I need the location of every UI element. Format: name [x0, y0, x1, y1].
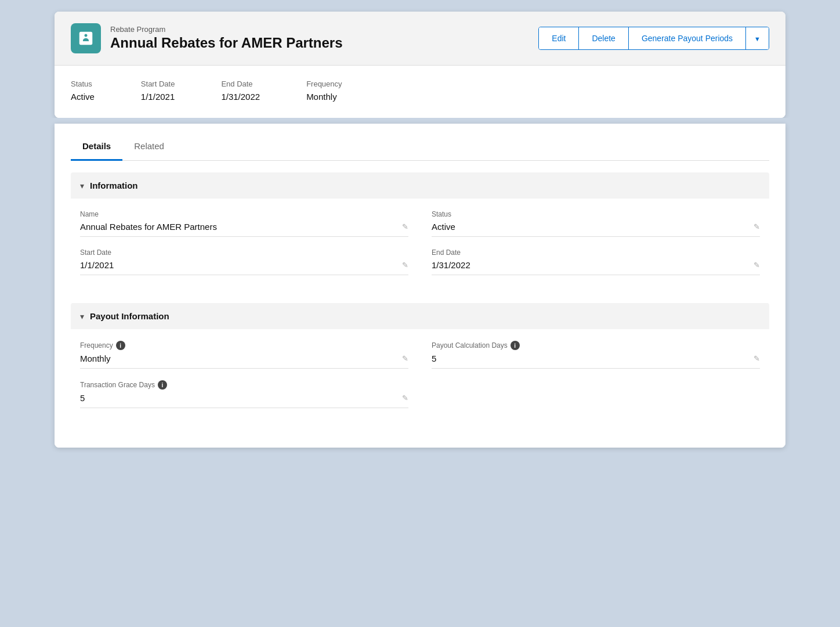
tab-related[interactable]: Related: [122, 135, 176, 161]
stat-end-date: End Date 1/31/2022: [221, 80, 260, 102]
app-icon: [71, 23, 101, 53]
field-name: Name Annual Rebates for AMER Partners ✎: [80, 210, 408, 237]
field-transaction-grace-days-value: 5 ✎: [80, 393, 408, 408]
stat-frequency: Frequency Monthly: [306, 80, 342, 102]
payout-fields: Frequency i Monthly ✎ Payout Calculation…: [71, 329, 769, 424]
rebate-program-icon: [77, 30, 95, 47]
field-start-date: Start Date 1/1/2021 ✎: [80, 248, 408, 275]
field-start-date-value: 1/1/2021 ✎: [80, 260, 408, 275]
main-card: Rebate Program Annual Rebates for AMER P…: [55, 12, 785, 118]
name-edit-icon[interactable]: ✎: [402, 222, 408, 231]
stat-frequency-label: Frequency: [306, 80, 342, 88]
header-title-group: Rebate Program Annual Rebates for AMER P…: [110, 25, 343, 52]
field-end-date: End Date 1/31/2022 ✎: [432, 248, 760, 275]
stat-status-label: Status: [71, 80, 95, 88]
status-edit-icon[interactable]: ✎: [754, 222, 760, 231]
tab-details[interactable]: Details: [71, 135, 122, 161]
field-status: Status Active ✎: [432, 210, 760, 237]
stat-end-date-value: 1/31/2022: [221, 92, 260, 102]
stats-section: Status Active Start Date 1/1/2021 End Da…: [55, 66, 785, 118]
details-card: Details Related ▾ Information Name Annua…: [55, 124, 785, 448]
information-section-title: Information: [90, 181, 138, 190]
information-section-header[interactable]: ▾ Information: [71, 172, 769, 199]
field-transaction-grace-days-label: Transaction Grace Days i: [80, 380, 408, 390]
section-divider: [12, 118, 828, 124]
field-status-label: Status: [432, 210, 760, 218]
field-start-date-label: Start Date: [80, 248, 408, 257]
field-frequency: Frequency i Monthly ✎: [80, 341, 408, 369]
stat-start-date: Start Date 1/1/2021: [141, 80, 175, 102]
payout-calc-days-edit-icon[interactable]: ✎: [754, 354, 760, 363]
header-actions: Edit Delete Generate Payout Periods ▼: [538, 27, 769, 50]
field-status-value: Active ✎: [432, 222, 760, 237]
information-fields: Name Annual Rebates for AMER Partners ✎ …: [71, 199, 769, 291]
stat-status-value: Active: [71, 92, 95, 102]
information-chevron-icon: ▾: [80, 181, 84, 190]
bottom-spacer: [71, 424, 769, 448]
delete-button[interactable]: Delete: [579, 27, 628, 49]
header-left: Rebate Program Annual Rebates for AMER P…: [71, 23, 343, 53]
transaction-grace-days-info-icon[interactable]: i: [158, 380, 167, 390]
frequency-info-icon[interactable]: i: [116, 341, 125, 350]
field-payout-calc-days: Payout Calculation Days i 5 ✎: [432, 341, 760, 369]
transaction-grace-days-edit-icon[interactable]: ✎: [402, 394, 408, 402]
stat-status: Status Active: [71, 80, 95, 102]
field-end-date-label: End Date: [432, 248, 760, 257]
field-payout-calc-days-value: 5 ✎: [432, 354, 760, 369]
payout-section-title: Payout Information: [90, 311, 169, 321]
payout-section-header[interactable]: ▾ Payout Information: [71, 303, 769, 329]
header-title: Annual Rebates for AMER Partners: [110, 35, 343, 52]
header-subtitle: Rebate Program: [110, 25, 343, 34]
field-transaction-grace-days: Transaction Grace Days i 5 ✎: [80, 380, 408, 408]
stat-start-date-value: 1/1/2021: [141, 92, 175, 102]
field-frequency-value: Monthly ✎: [80, 354, 408, 369]
field-frequency-label: Frequency i: [80, 341, 408, 350]
dropdown-arrow-icon: ▼: [754, 35, 761, 42]
details-section: Details Related ▾ Information Name Annua…: [55, 124, 785, 448]
stat-frequency-value: Monthly: [306, 92, 342, 102]
field-name-label: Name: [80, 210, 408, 218]
generate-payout-button[interactable]: Generate Payout Periods: [629, 27, 746, 49]
dropdown-button[interactable]: ▼: [746, 27, 769, 49]
stat-end-date-label: End Date: [221, 80, 260, 88]
stat-start-date-label: Start Date: [141, 80, 175, 88]
start-date-edit-icon[interactable]: ✎: [402, 261, 408, 269]
field-payout-calc-days-label: Payout Calculation Days i: [432, 341, 760, 350]
tabs-row: Details Related: [71, 124, 769, 161]
field-name-value: Annual Rebates for AMER Partners ✎: [80, 222, 408, 237]
edit-button[interactable]: Edit: [539, 27, 579, 49]
frequency-edit-icon[interactable]: ✎: [402, 354, 408, 363]
field-end-date-value: 1/31/2022 ✎: [432, 260, 760, 275]
end-date-edit-icon[interactable]: ✎: [754, 261, 760, 269]
header-section: Rebate Program Annual Rebates for AMER P…: [55, 12, 785, 66]
payout-chevron-icon: ▾: [80, 312, 84, 321]
payout-calc-days-info-icon[interactable]: i: [510, 341, 520, 350]
